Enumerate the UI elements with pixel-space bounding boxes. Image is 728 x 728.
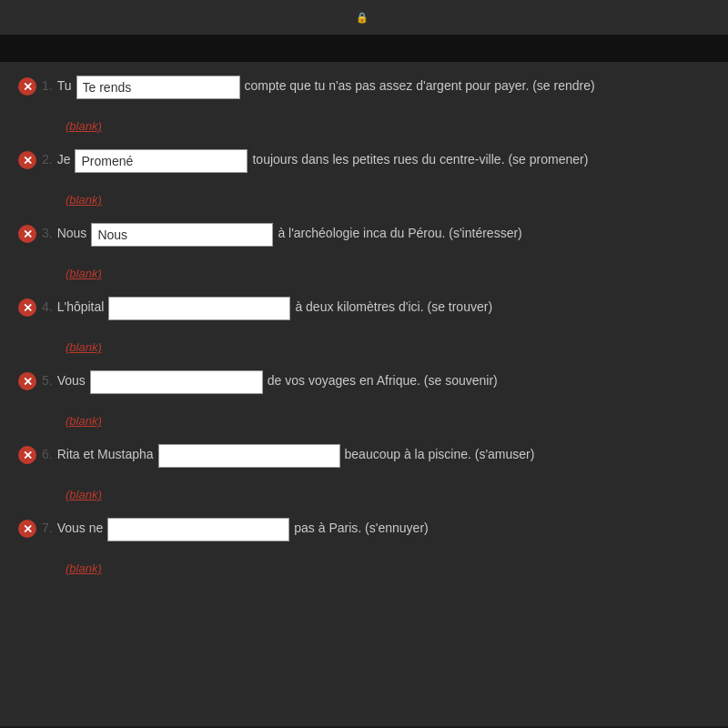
- question-row-2: ✕2.Jetoujours dans les petites rues du c…: [18, 149, 710, 173]
- error-icon-1: ✕: [18, 77, 36, 96]
- url-display: 🔒: [356, 12, 373, 24]
- blank-label-5: (blank): [66, 414, 728, 428]
- question-number-6: 6.: [42, 447, 53, 461]
- question-suffix-3: à l'archéologie inca du Pérou. (s'intére…: [278, 226, 710, 240]
- blank-label-1: (blank): [66, 119, 728, 133]
- lock-icon: 🔒: [356, 12, 369, 24]
- question-number-4: 4.: [42, 299, 53, 314]
- blank-label-6: (blank): [66, 488, 728, 501]
- question-row-3: ✕3.Nousà l'archéologie inca du Pérou. (s…: [18, 223, 710, 247]
- question-row-1: ✕1.Tucompte que tu n'as pas assez d'arge…: [18, 76, 710, 99]
- question-number-5: 5.: [42, 373, 53, 388]
- error-icon-2: ✕: [18, 151, 36, 169]
- error-icon-6: ✕: [18, 446, 36, 464]
- question-row-7: ✕7.Vous nepas à Paris. (s'ennuyer): [18, 518, 710, 541]
- question-suffix-4: à deux kilomètres d'ici. (se trouver): [295, 299, 710, 314]
- answer-input-5[interactable]: [90, 370, 263, 394]
- content-area: ✕1.Tucompte que tu n'as pas assez d'arge…: [0, 62, 728, 726]
- question-prefix-1: Tu: [57, 78, 72, 93]
- question-row-4: ✕4.L'hôpitalà deux kilomètres d'ici. (se…: [18, 297, 710, 320]
- answer-input-7[interactable]: [107, 518, 289, 541]
- blank-label-2: (blank): [66, 193, 728, 207]
- question-row-6: ✕6.Rita et Mustaphabeaucoup à la piscine…: [18, 444, 710, 468]
- question-row-5: ✕5.Vousde vos voyages en Afrique. (se so…: [18, 370, 710, 394]
- dark-strip: [0, 35, 728, 62]
- question-number-2: 2.: [42, 152, 53, 167]
- question-suffix-6: beaucoup à la piscine. (s'amuser): [345, 447, 710, 461]
- question-suffix-7: pas à Paris. (s'ennuyer): [294, 521, 710, 535]
- question-number-3: 3.: [42, 226, 53, 240]
- question-prefix-6: Rita et Mustapha: [57, 447, 154, 461]
- question-prefix-2: Je: [57, 152, 71, 167]
- blank-label-4: (blank): [66, 340, 728, 354]
- answer-input-6[interactable]: [158, 444, 340, 468]
- blank-label-7: (blank): [66, 561, 728, 575]
- answer-input-1[interactable]: [76, 76, 240, 99]
- blank-label-3: (blank): [66, 267, 728, 280]
- question-suffix-2: toujours dans les petites rues du centre…: [252, 152, 710, 167]
- question-block-7: ✕7.Vous nepas à Paris. (s'ennuyer)(blank…: [18, 518, 710, 575]
- question-suffix-5: de vos voyages en Afrique. (se souvenir): [268, 373, 710, 388]
- question-block-6: ✕6.Rita et Mustaphabeaucoup à la piscine…: [18, 444, 710, 501]
- error-icon-3: ✕: [18, 225, 36, 243]
- answer-input-2[interactable]: [75, 149, 248, 173]
- error-icon-7: ✕: [18, 520, 36, 538]
- question-suffix-1: compte que tu n'as pas assez d'argent po…: [245, 78, 710, 93]
- question-number-7: 7.: [42, 521, 53, 535]
- question-number-1: 1.: [42, 78, 53, 93]
- error-icon-5: ✕: [18, 372, 36, 390]
- question-block-5: ✕5.Vousde vos voyages en Afrique. (se so…: [18, 370, 710, 428]
- error-icon-4: ✕: [18, 298, 36, 317]
- answer-input-4[interactable]: [108, 297, 290, 320]
- question-prefix-7: Vous ne: [57, 521, 104, 535]
- question-prefix-5: Vous: [57, 373, 86, 388]
- answer-input-3[interactable]: [91, 223, 273, 247]
- question-block-4: ✕4.L'hôpitalà deux kilomètres d'ici. (se…: [18, 297, 710, 354]
- question-prefix-4: L'hôpital: [57, 299, 105, 314]
- question-block-2: ✕2.Jetoujours dans les petites rues du c…: [18, 149, 710, 207]
- question-prefix-3: Nous: [57, 226, 87, 240]
- question-block-1: ✕1.Tucompte que tu n'as pas assez d'arge…: [18, 76, 710, 133]
- question-block-3: ✕3.Nousà l'archéologie inca du Pérou. (s…: [18, 223, 710, 280]
- top-bar: 🔒: [0, 0, 728, 35]
